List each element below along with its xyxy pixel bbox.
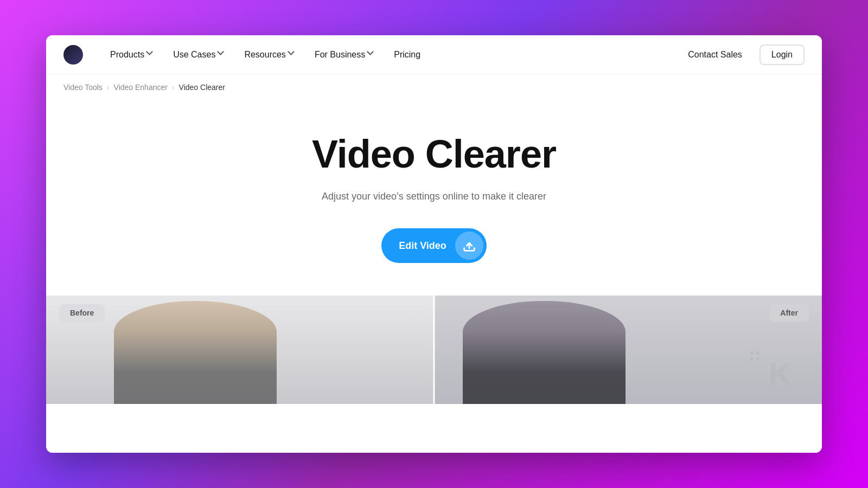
breadcrumb-video-tools[interactable]: Video Tools <box>63 83 103 92</box>
nav-label-products: Products <box>110 50 144 60</box>
hero-subtitle: Adjust your video’s settings online to m… <box>322 191 546 202</box>
contact-sales-button[interactable]: Contact Sales <box>679 46 751 64</box>
nav-item-pricing[interactable]: Pricing <box>384 46 430 64</box>
nav-item-for-business[interactable]: For Business <box>305 46 384 64</box>
nav-label-resources: Resources <box>244 50 285 60</box>
breadcrumb: Video Tools › Video Enhancer › Video Cle… <box>46 74 822 100</box>
breadcrumb-video-clearer: Video Clearer <box>179 83 225 92</box>
nav-item-resources[interactable]: Resources <box>234 46 304 64</box>
nav-label-pricing: Pricing <box>394 50 420 60</box>
breadcrumb-separator-2: › <box>172 83 175 92</box>
before-section: Before <box>46 296 434 404</box>
nav-item-products[interactable]: Products <box>100 46 163 64</box>
nav-label-use-cases: Use Cases <box>173 50 215 60</box>
edit-video-label: Edit Video <box>399 240 446 252</box>
navbar: Products Use Cases Resources For Busines… <box>46 35 822 74</box>
breadcrumb-separator-1: › <box>107 83 110 92</box>
nav-item-use-cases[interactable]: Use Cases <box>163 46 234 64</box>
upload-circle <box>455 232 483 260</box>
breadcrumb-video-enhancer[interactable]: Video Enhancer <box>114 83 168 92</box>
browser-window: Products Use Cases Resources For Busines… <box>46 35 822 453</box>
after-person-figure <box>463 301 626 404</box>
k-watermark-dots <box>750 351 760 361</box>
logo[interactable] <box>63 45 83 65</box>
before-after-container: Before After K <box>46 296 822 404</box>
chevron-down-icon <box>368 52 374 58</box>
after-label: After <box>769 304 809 322</box>
after-section: After K <box>434 296 822 404</box>
upload-icon <box>462 238 477 253</box>
login-button[interactable]: Login <box>760 44 805 65</box>
chevron-down-icon <box>147 52 154 58</box>
nav-links: Products Use Cases Resources For Busines… <box>100 46 679 64</box>
before-after-divider <box>433 296 435 404</box>
chevron-down-icon <box>289 52 295 58</box>
edit-video-button[interactable]: Edit Video <box>381 228 487 263</box>
main-content: Video Clearer Adjust your video’s settin… <box>46 100 822 453</box>
nav-right: Contact Sales Login <box>679 44 805 65</box>
page-title: Video Clearer <box>312 133 556 176</box>
chevron-down-icon <box>218 52 225 58</box>
nav-label-for-business: For Business <box>315 50 365 60</box>
before-label: Before <box>59 304 105 322</box>
k-logo-watermark: K <box>769 356 789 393</box>
before-person-figure <box>114 301 277 404</box>
